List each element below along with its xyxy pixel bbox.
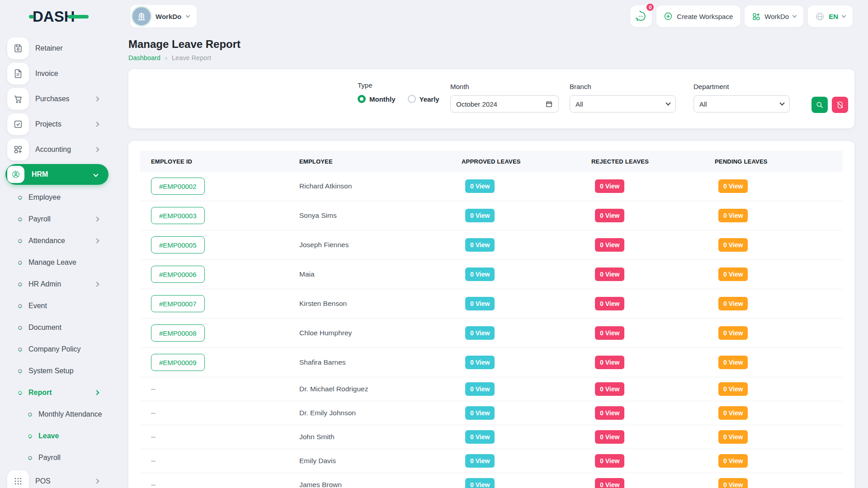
rejected-leaves-view-badge[interactable]: 0 View <box>595 297 624 310</box>
table-row: -- Dr. Emily Johnson 0 View 0 View 0 Vie… <box>140 401 843 425</box>
chevron-right-icon <box>94 238 99 243</box>
employee-id-badge[interactable]: #EMP00007 <box>151 295 205 312</box>
employee-name: John Smith <box>299 433 335 441</box>
pending-leaves-view-badge[interactable]: 0 View <box>718 179 748 193</box>
employee-id-badge[interactable]: #EMP00005 <box>151 236 205 253</box>
approved-leaves-view-badge[interactable]: 0 View <box>465 179 495 193</box>
department-filter-label: Department <box>693 83 790 90</box>
employee-id-badge[interactable]: #EMP00002 <box>151 178 205 195</box>
employee-name: Shafira Barnes <box>299 358 346 366</box>
sidebar-item-pos[interactable]: POS <box>0 469 112 488</box>
approved-leaves-view-badge[interactable]: 0 View <box>465 267 495 281</box>
employee-id-badge[interactable]: #EMP00003 <box>151 207 205 224</box>
sidebar-item-manage-leave[interactable]: Manage Leave <box>0 252 112 273</box>
approved-leaves-view-badge[interactable]: 0 View <box>465 382 495 396</box>
sidebar-item-invoice[interactable]: Invoice <box>0 61 112 86</box>
grid-plus-icon <box>752 12 760 21</box>
rejected-leaves-view-badge[interactable]: 0 View <box>595 430 624 444</box>
rejected-leaves-view-badge[interactable]: 0 View <box>595 478 624 488</box>
approved-leaves-view-badge[interactable]: 0 View <box>465 430 495 444</box>
employee-name: Maia <box>299 270 315 278</box>
pending-leaves-view-badge[interactable]: 0 View <box>718 382 748 396</box>
rejected-leaves-view-badge[interactable]: 0 View <box>595 209 624 222</box>
pending-leaves-view-badge[interactable]: 0 View <box>718 406 748 420</box>
department-select[interactable]: All <box>693 95 790 113</box>
approved-leaves-view-badge[interactable]: 0 View <box>465 326 495 340</box>
language-selector[interactable]: EN <box>808 5 853 27</box>
employee-id-badge[interactable]: #EMP00009 <box>151 354 205 371</box>
pending-leaves-view-badge[interactable]: 0 View <box>718 356 748 369</box>
rejected-leaves-view-badge[interactable]: 0 View <box>595 356 624 369</box>
sidebar-item-monthly-attendance[interactable]: Monthly Attendance <box>0 404 112 425</box>
pending-leaves-view-badge[interactable]: 0 View <box>718 209 748 222</box>
approved-leaves-view-badge[interactable]: 0 View <box>465 356 495 369</box>
month-input[interactable]: October 2024 <box>450 95 559 113</box>
approved-leaves-view-badge[interactable]: 0 View <box>465 209 495 222</box>
bullet-icon <box>18 347 23 352</box>
sidebar-item-report[interactable]: Report <box>0 382 112 404</box>
sidebar-item-employee[interactable]: Employee <box>0 187 112 208</box>
sidebar-item-projects[interactable]: Projects <box>0 112 112 137</box>
col-header-employee-id: EMPLOYEE ID <box>140 151 299 172</box>
bullet-icon <box>28 433 33 438</box>
rejected-leaves-view-badge[interactable]: 0 View <box>595 326 624 340</box>
filter-card: Type Monthly Yearly Month October 2024 <box>128 69 854 128</box>
approved-leaves-view-badge[interactable]: 0 View <box>465 454 495 468</box>
breadcrumb-dashboard-link[interactable]: Dashboard <box>128 54 160 61</box>
sidebar-item-hr-admin[interactable]: HR Admin <box>0 273 112 295</box>
rejected-leaves-view-badge[interactable]: 0 View <box>595 406 624 420</box>
sidebar-item-system-setup[interactable]: System Setup <box>0 360 112 382</box>
employee-id-badge[interactable]: #EMP00008 <box>151 324 205 342</box>
pending-leaves-view-badge[interactable]: 0 View <box>718 297 748 310</box>
sidebar-item-attendance[interactable]: Attendance <box>0 230 112 252</box>
radio-yearly[interactable]: Yearly <box>408 95 439 103</box>
sidebar-item-document[interactable]: Document <box>0 317 112 338</box>
workspace-selector[interactable]: WorkDo <box>130 5 197 28</box>
employee-id-badge[interactable]: #EMP00006 <box>151 266 205 283</box>
sidebar-item-payroll[interactable]: Payroll <box>0 208 112 230</box>
page-title: Manage Leave Report <box>128 38 854 51</box>
pending-leaves-view-badge[interactable]: 0 View <box>718 326 748 340</box>
check-square-icon <box>7 113 29 135</box>
approved-leaves-view-badge[interactable]: 0 View <box>465 406 495 420</box>
sidebar-item-payroll[interactable]: Payroll <box>0 447 112 469</box>
branch-select[interactable]: All <box>570 95 676 113</box>
reset-filter-button[interactable] <box>832 97 848 113</box>
rejected-leaves-view-badge[interactable]: 0 View <box>595 382 624 396</box>
pending-leaves-view-badge[interactable]: 0 View <box>718 478 748 488</box>
pending-leaves-view-badge[interactable]: 0 View <box>718 238 748 252</box>
rejected-leaves-view-badge[interactable]: 0 View <box>595 238 624 252</box>
employee-id-empty: -- <box>151 385 156 393</box>
rejected-leaves-view-badge[interactable]: 0 View <box>595 267 624 281</box>
messages-button[interactable]: 0 <box>630 5 652 27</box>
plus-circle-icon <box>664 12 673 21</box>
chevron-right-icon <box>94 96 99 101</box>
leave-report-table: EMPLOYEE ID EMPLOYEE APPROVED LEAVES REJ… <box>140 151 843 488</box>
sidebar-item-retainer[interactable]: Retainer <box>0 36 112 61</box>
breadcrumb-separator-icon: › <box>165 54 167 61</box>
sidebar-item-event[interactable]: Event <box>0 295 112 317</box>
rejected-leaves-view-badge[interactable]: 0 View <box>595 179 624 193</box>
create-workspace-button[interactable]: Create Workspace <box>656 5 740 27</box>
pending-leaves-view-badge[interactable]: 0 View <box>718 454 748 468</box>
sidebar-item-company-policy[interactable]: Company Policy <box>0 338 112 360</box>
sidebar-item-leave[interactable]: Leave <box>0 425 112 447</box>
app-switcher[interactable]: WorkDo <box>745 5 803 27</box>
rejected-leaves-view-badge[interactable]: 0 View <box>595 454 624 468</box>
sidebar-item-accounting[interactable]: Accounting <box>0 137 112 162</box>
approved-leaves-view-badge[interactable]: 0 View <box>465 478 495 488</box>
search-button[interactable] <box>811 97 828 113</box>
pending-leaves-view-badge[interactable]: 0 View <box>718 430 748 444</box>
table-row: #EMP00007 Kirsten Benson 0 View 0 View 0… <box>140 289 843 319</box>
radio-monthly[interactable]: Monthly <box>358 95 396 103</box>
sidebar-item-purchases[interactable]: Purchases <box>0 86 112 112</box>
approved-leaves-view-badge[interactable]: 0 View <box>465 238 495 252</box>
breadcrumb-current: Leave Report <box>172 54 211 61</box>
pending-leaves-view-badge[interactable]: 0 View <box>718 267 748 281</box>
approved-leaves-view-badge[interactable]: 0 View <box>465 297 495 310</box>
sidebar-item-hrm[interactable]: HRM <box>5 164 108 185</box>
invoice-icon <box>7 63 29 84</box>
bullet-icon <box>18 282 23 286</box>
table-row: -- Dr. Michael Rodriguez 0 View 0 View 0… <box>140 377 843 401</box>
app-logo[interactable]: DASH <box>0 0 112 33</box>
